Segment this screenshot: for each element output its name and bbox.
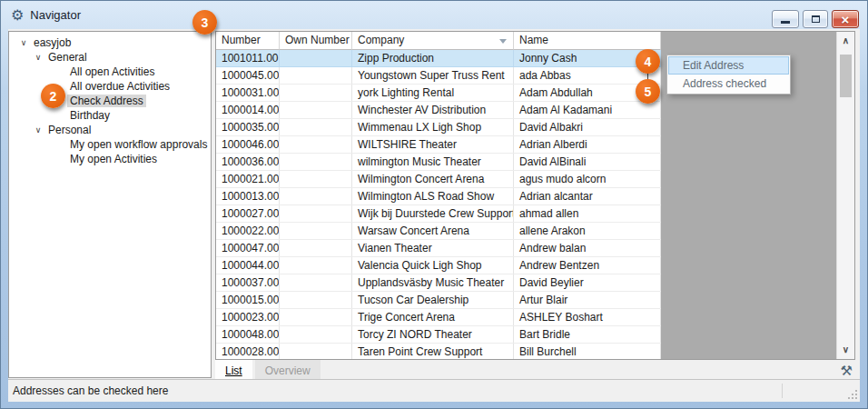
cell-number: 1000047.00: [216, 240, 280, 256]
column-header-number[interactable]: Number: [216, 32, 280, 50]
cell-name: Artur Blair: [514, 292, 661, 308]
context-menu: Edit AddressAddress checked: [666, 55, 791, 95]
tree-item-label: My open workflow approvals: [67, 138, 210, 151]
cell-company: Wilmington ALS Road Show: [352, 188, 514, 204]
tree-item-check-address[interactable]: Check Address: [9, 94, 211, 108]
tree-item-my-open-workflow-approvals[interactable]: My open workflow approvals: [9, 137, 211, 152]
minimize-button[interactable]: [772, 10, 799, 28]
cell-company: Winchester AV Distribution: [352, 102, 514, 118]
cell-own_number: [280, 171, 352, 187]
tree-item-personal[interactable]: ∨Personal: [9, 123, 211, 137]
chevron-down-icon[interactable]: ∨: [31, 125, 45, 135]
table-row[interactable]: 1000023.00Trige Concert ArenaASHLEY Bosh…: [216, 309, 661, 326]
table-row[interactable]: 1000031.00york Lighting RentalAdam Abdul…: [216, 85, 661, 102]
table-row[interactable]: 1000037.00Upplandsväsby Music TheaterDav…: [216, 274, 661, 292]
column-header-company[interactable]: Company: [352, 32, 514, 50]
cell-number: 1000015.00: [216, 292, 280, 308]
cell-number: 1000028.00: [216, 344, 280, 360]
cell-own_number: [280, 154, 352, 170]
window-title: Navigator: [30, 8, 81, 22]
tree-item-label: easyjob: [31, 36, 74, 49]
cell-own_number: [280, 67, 352, 84]
cell-number: 1000031.00: [216, 85, 280, 101]
table-row[interactable]: 1000022.00Warsaw Concert Arenaallene Ara…: [216, 223, 661, 240]
navigator-tree-panel: ∨easyjob∨GeneralAll open ActivitiesAll o…: [8, 31, 212, 378]
close-button[interactable]: ×: [832, 10, 859, 28]
tree-item-label: Check Address: [67, 95, 146, 107]
cell-own_number: [280, 119, 352, 135]
callout-badge-5: 5: [636, 79, 660, 104]
cell-name: David Beylier: [514, 274, 661, 291]
cell-company: york Lighting Rental: [352, 85, 514, 101]
cell-name: Adrian Alberdi: [514, 136, 661, 153]
tree-item-birthday[interactable]: Birthday: [9, 108, 211, 123]
tree-item-easyjob[interactable]: ∨easyjob: [9, 35, 211, 50]
close-icon: ×: [842, 13, 850, 26]
table-row[interactable]: 1000014.00Winchester AV DistributionAdam…: [216, 102, 661, 119]
cell-company: Tucson Car Dealership: [352, 292, 514, 308]
cell-name: David AlBinali: [514, 154, 661, 170]
cell-company: Wijk bij Duurstede Crew Support: [352, 205, 514, 222]
scroll-up-icon[interactable]: ∧: [837, 34, 854, 48]
grid-header-row: NumberOwn NumberCompanyName: [216, 32, 661, 50]
vertical-scrollbar[interactable]: ∧ ∨: [836, 32, 854, 359]
table-row[interactable]: 1000021.00Wilmington Concert Arenaagus m…: [216, 171, 661, 188]
menu-item-address-checked[interactable]: Address checked: [668, 75, 789, 93]
menu-item-edit-address[interactable]: Edit Address: [668, 56, 789, 75]
cell-name: ahmad allen: [514, 205, 661, 222]
tree-item-label: Personal: [45, 124, 94, 136]
cell-name: Adrian alcantar: [514, 188, 661, 204]
tools-icon[interactable]: ⚒: [841, 363, 853, 379]
tree-item-all-open-activities[interactable]: All open Activities: [9, 65, 211, 79]
callout-badge-4: 4: [636, 49, 660, 74]
cell-company: Wimmenau LX Ligh Shop: [352, 119, 514, 135]
table-row[interactable]: 1001011.00Zipp ProductionJonny Cash: [216, 50, 661, 67]
window-controls: ×: [772, 10, 859, 28]
scroll-down-icon[interactable]: ∨: [837, 343, 854, 357]
callout-badge-3: 3: [192, 10, 217, 35]
cell-company: Vianen Theater: [352, 240, 514, 256]
column-header-own_number[interactable]: Own Number: [280, 32, 352, 50]
cell-number: 1001011.00: [216, 50, 280, 66]
resize-grip[interactable]: [845, 387, 857, 399]
table-row[interactable]: 1000047.00Vianen TheaterAndrew balan: [216, 240, 661, 257]
cell-number: 1000044.00: [216, 257, 280, 274]
table-row[interactable]: 1000028.00Taren Point Crew SupportBill B…: [216, 344, 661, 360]
table-row[interactable]: 1000035.00Wimmenau LX Ligh ShopDavid Alb…: [216, 119, 661, 136]
tree-item-label: General: [45, 51, 90, 64]
tree-item-my-open-activities[interactable]: My open Activities: [9, 152, 211, 166]
tree-item-general[interactable]: ∨General: [9, 50, 211, 65]
maximize-button[interactable]: [803, 10, 828, 28]
table-row[interactable]: 1000013.00Wilmington ALS Road ShowAdrian…: [216, 188, 661, 205]
cell-own_number: [280, 136, 352, 153]
table-row[interactable]: 1000046.00WILTSHIRE TheaterAdrian Alberd…: [216, 136, 661, 154]
cell-number: 1000023.00: [216, 309, 280, 325]
cell-company: Valencia Quick Ligh Shop: [352, 257, 514, 274]
chevron-down-icon[interactable]: ∨: [16, 38, 31, 47]
table-row[interactable]: 1000036.00wilmington Music TheaterDavid …: [216, 154, 661, 171]
cell-own_number: [280, 102, 352, 118]
cell-name: allene Arakon: [514, 223, 661, 239]
scrollbar-thumb[interactable]: [840, 55, 852, 97]
cell-number: 1000014.00: [216, 102, 280, 118]
status-text: Addresses can be checked here: [13, 384, 168, 397]
cell-company: Youngstown Super Truss Rent: [352, 67, 514, 84]
cell-company: Torcy ZI NORD Theater: [352, 326, 514, 343]
chevron-down-icon[interactable]: ∨: [31, 53, 45, 62]
table-row[interactable]: 1000027.00Wijk bij Duurstede Crew Suppor…: [216, 205, 661, 223]
table-row[interactable]: 1000045.00Youngstown Super Truss Rentada…: [216, 67, 661, 85]
cell-own_number: [280, 292, 352, 308]
column-header-name[interactable]: Name: [514, 32, 661, 50]
tree-item-all-overdue-activities[interactable]: All overdue Activities: [9, 79, 211, 94]
gear-icon: ⚙: [11, 8, 24, 23]
cell-own_number: [280, 240, 352, 256]
table-row[interactable]: 1000048.00Torcy ZI NORD TheaterBart Brid…: [216, 326, 661, 344]
tree-item-label: Birthday: [67, 109, 113, 122]
table-row[interactable]: 1000015.00Tucson Car DealershipArtur Bla…: [216, 292, 661, 309]
table-row[interactable]: 1000044.00Valencia Quick Ligh ShopAndrew…: [216, 257, 661, 274]
cell-name: Adam Al Kadamani: [514, 102, 661, 118]
cell-own_number: [280, 309, 352, 325]
cell-name: agus mudo alcorn: [514, 171, 661, 187]
titlebar[interactable]: ⚙ Navigator: [1, 1, 867, 29]
cell-number: 1000046.00: [216, 136, 280, 153]
